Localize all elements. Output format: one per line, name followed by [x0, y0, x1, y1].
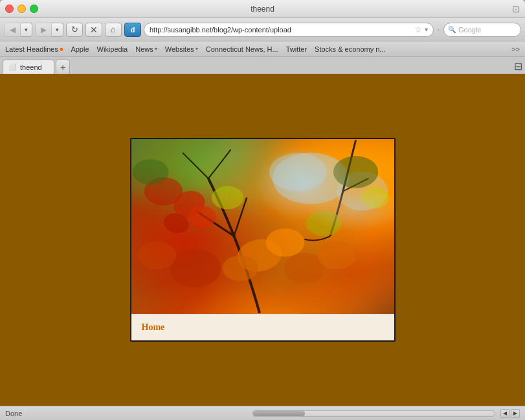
separator: · [436, 26, 441, 34]
bookmark-label: Websites [165, 45, 194, 53]
svg-point-8 [222, 256, 258, 282]
bookmark-star-icon[interactable]: ☆ [415, 25, 422, 34]
bookmark-latest-headlines[interactable]: Latest Headlines ■ [5, 45, 63, 53]
chevron-down-icon-2: ▾ [56, 27, 59, 33]
page-container: Home [130, 138, 396, 342]
bookmarks-bar: Latest Headlines ■ Apple Wikipedia News … [0, 41, 525, 57]
stop-icon: ✕ [90, 25, 98, 35]
bookmark-twitter[interactable]: Twitter [286, 45, 307, 53]
svg-point-1 [336, 172, 387, 210]
window-title: theend [251, 5, 274, 14]
svg-point-13 [317, 241, 355, 270]
autumn-image [131, 139, 394, 314]
content-area: Home [0, 74, 525, 406]
autumn-image-bg [131, 139, 394, 314]
back-icon: ◀ [10, 25, 16, 34]
svg-point-15 [137, 241, 175, 270]
svg-point-4 [188, 206, 216, 228]
rss-icon: ■ [60, 46, 63, 52]
bookmark-ct-news[interactable]: Connecticut News, H... [206, 45, 278, 53]
svg-point-14 [170, 249, 221, 287]
tab-list-icon[interactable]: ⊟ [514, 60, 522, 72]
rss-dropdown-icon[interactable]: ▾ [425, 26, 428, 33]
toolbar: ◀ ▾ ▶ ▾ ↻ ✕ ⌂ d http://susangibb.net/ [0, 18, 525, 41]
maximize-button[interactable] [30, 5, 38, 13]
resize-icon: ⊡ [512, 4, 520, 14]
chevron-down-icon: ▾ [195, 46, 198, 52]
bookmark-label: Stocks & economy n... [315, 45, 385, 53]
svg-point-11 [306, 210, 341, 236]
reload-button[interactable]: ↻ [66, 23, 83, 37]
new-tab-button[interactable]: + [56, 60, 70, 74]
svg-point-5 [144, 177, 182, 206]
status-text: Done [5, 410, 247, 417]
tab-tools: ⊟ [514, 60, 522, 74]
bookmark-wikipedia[interactable]: Wikipedia [97, 45, 128, 53]
horizontal-scrollbar[interactable] [252, 410, 496, 417]
forward-group: ▶ ▾ [35, 23, 63, 37]
bookmark-label: News [135, 45, 153, 53]
browser-window: theend ⊡ ◀ ▾ ▶ ▾ ↻ ✕ ⌂ [0, 0, 525, 420]
svg-point-17 [132, 159, 168, 185]
url-display: http://susangibb.net/blog2/wp-content/up… [150, 26, 412, 34]
svg-point-0 [272, 153, 349, 204]
window-controls-right: ⊡ [512, 4, 520, 14]
bookmark-stocks[interactable]: Stocks & economy n... [315, 45, 385, 53]
home-link[interactable]: Home [142, 322, 165, 332]
bookmark-apple[interactable]: Apple [71, 45, 89, 53]
svg-point-7 [265, 228, 304, 257]
delicious-icon: d [131, 26, 135, 34]
overflow-label: >> [511, 45, 520, 53]
tree-svg [131, 139, 394, 314]
bookmarks-overflow[interactable]: >> [511, 45, 520, 53]
delicious-button[interactable]: d [124, 23, 141, 37]
forward-chevron[interactable]: ▾ [52, 23, 63, 37]
search-placeholder: Google [458, 26, 517, 34]
svg-point-10 [211, 186, 243, 210]
chevron-down-icon: ▾ [155, 46, 157, 52]
tab-theend[interactable]: ⬜ theend [3, 60, 54, 74]
bookmark-news[interactable]: News ▾ [135, 45, 157, 53]
nav-section: Home [131, 314, 394, 340]
tab-page-icon: ⬜ [8, 63, 16, 71]
traffic-lights [5, 5, 38, 13]
chevron-down-icon: ▾ [25, 27, 28, 33]
scroll-left-button[interactable]: ◀ [500, 409, 509, 418]
bookmark-label: Connecticut News, H... [206, 45, 278, 53]
bookmark-label: Apple [71, 45, 89, 53]
back-chevron[interactable]: ▾ [21, 23, 32, 37]
home-button[interactable]: ⌂ [105, 23, 122, 37]
reload-icon: ↻ [71, 25, 78, 34]
svg-point-12 [361, 187, 389, 209]
svg-point-18 [269, 153, 326, 191]
scroll-thumb [253, 411, 305, 416]
address-bar[interactable]: http://susangibb.net/blog2/wp-content/up… [144, 23, 434, 37]
search-icon: 🔍 [448, 26, 456, 33]
forward-icon: ▶ [41, 25, 47, 34]
tabs-bar: ⬜ theend + ⊟ [0, 57, 525, 74]
bookmark-label: Latest Headlines [5, 45, 58, 53]
stop-button[interactable]: ✕ [85, 23, 102, 37]
plus-icon: + [60, 62, 65, 72]
status-bar: Done ◀ ▶ [0, 406, 525, 420]
bookmark-label: Wikipedia [97, 45, 128, 53]
svg-point-6 [234, 236, 284, 275]
search-bar[interactable]: 🔍 Google [443, 23, 521, 37]
scroll-arrows: ◀ ▶ [500, 409, 520, 418]
svg-point-9 [284, 253, 324, 284]
scroll-right-button[interactable]: ▶ [511, 409, 520, 418]
nav-group: ◀ ▾ [4, 23, 32, 37]
title-bar: theend ⊡ [0, 0, 525, 18]
bookmark-label: Twitter [286, 45, 307, 53]
svg-point-2 [170, 186, 208, 221]
tab-label: theend [20, 63, 42, 71]
svg-point-16 [333, 156, 377, 188]
back-button[interactable]: ◀ [4, 23, 21, 37]
home-icon: ⌂ [111, 25, 116, 34]
svg-point-3 [161, 211, 191, 236]
minimize-button[interactable] [17, 5, 26, 13]
bookmark-websites[interactable]: Websites ▾ [165, 45, 198, 53]
forward-button[interactable]: ▶ [35, 23, 52, 37]
close-button[interactable] [5, 5, 14, 13]
